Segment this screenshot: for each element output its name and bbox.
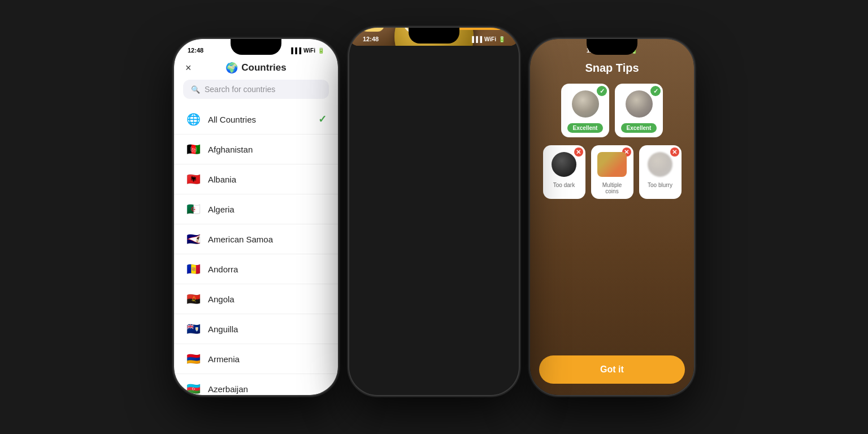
andorra-name: Andorra xyxy=(208,264,327,274)
snap-tips-title: Snap Tips xyxy=(585,62,639,75)
blurry-label: Too blurry xyxy=(648,182,672,188)
list-item[interactable]: 🇦🇿 Azerbaijan xyxy=(174,374,338,395)
phones-container: 12:48 ▐▐▐ WiFi 🔋 × 🌍 Countries 🔍 Search … xyxy=(0,0,868,434)
snap-card-good-2: ✓ Excellent xyxy=(615,84,663,137)
angola-flag: 🇦🇴 xyxy=(185,292,201,306)
snap-card-dark: ✕ Too dark xyxy=(543,145,585,199)
list-item[interactable]: 🇩🇿 Algeria xyxy=(174,194,338,224)
list-item[interactable]: 🇦🇩 Andorra xyxy=(174,254,338,284)
list-item[interactable]: 🇦🇮 Anguilla xyxy=(174,314,338,344)
time-left: 12:48 xyxy=(188,47,203,54)
phone-snap-tips: 12:48 ▐▐▐ WiFi 🔋 Snap Tips ✓ Excellent xyxy=(530,39,694,395)
andorra-flag: 🇦🇩 xyxy=(185,262,201,276)
american-samoa-flag: 🇦🇸 xyxy=(185,232,201,246)
bad-icon-dark: ✕ xyxy=(574,147,583,157)
multiple-label: Multiple coins xyxy=(596,182,629,194)
signal-icon-left: ▐▐▐ xyxy=(289,47,301,54)
algeria-flag: 🇩🇿 xyxy=(185,202,201,216)
blurry-coin-image xyxy=(648,152,672,177)
coin-good-image-1 xyxy=(572,90,599,118)
close-button[interactable]: × xyxy=(185,62,192,74)
countries-screen: 12:48 ▐▐▐ WiFi 🔋 × 🌍 Countries 🔍 Search … xyxy=(174,39,338,395)
list-item[interactable]: 🇦🇱 Albania xyxy=(174,164,338,194)
battery-icon-left: 🔋 xyxy=(318,47,324,54)
list-item[interactable]: 🇦🇲 Armenia xyxy=(174,344,338,374)
snap-card-multiple: ✕ Multiple coins xyxy=(591,145,633,199)
albania-flag: 🇦🇱 xyxy=(185,172,201,186)
wifi-icon-left: WiFi xyxy=(303,47,315,54)
got-it-button[interactable]: Got it xyxy=(539,355,685,384)
list-item[interactable]: 🇦🇴 Angola xyxy=(174,284,338,314)
armenia-name: Armenia xyxy=(208,354,327,364)
azerbaijan-name: Azerbaijan xyxy=(208,384,327,394)
status-icons-left: ▐▐▐ WiFi 🔋 xyxy=(289,47,324,54)
algeria-name: Algeria xyxy=(208,205,327,214)
all-countries-item[interactable]: 🌐 All Countries ✓ xyxy=(174,105,338,134)
notch-right xyxy=(587,39,637,55)
list-item[interactable]: 🇦🇫 Afghanistan xyxy=(174,134,338,164)
snap-tips-grid: ✓ Excellent ✓ Excellent ✕ Too xyxy=(530,84,694,199)
azerbaijan-flag: 🇦🇿 xyxy=(185,382,201,395)
list-item[interactable]: 🇦🇸 American Samoa xyxy=(174,224,338,254)
armenia-flag: 🇦🇲 xyxy=(185,352,201,366)
globe-icon: 🌍 xyxy=(225,62,238,74)
countries-header: × 🌍 Countries xyxy=(174,57,338,80)
american-samoa-name: American Samoa xyxy=(208,235,327,244)
search-placeholder: Search for countries xyxy=(205,85,275,94)
globe-flag: 🌐 xyxy=(185,112,201,126)
anguilla-name: Anguilla xyxy=(208,324,327,334)
countries-title: Countries xyxy=(241,62,286,73)
snap-card-good-1: ✓ Excellent xyxy=(561,84,609,137)
phone-camera: 12:48 ▐▐▐ WiFi 🔋 ✕ ⓘ ⚡ Step 2 Position xyxy=(349,28,519,395)
excellent-badge-2: Excellent xyxy=(621,123,657,133)
anguilla-flag: 🇦🇮 xyxy=(185,322,201,336)
multiple-coins-image xyxy=(597,152,627,177)
dark-label: Too dark xyxy=(553,182,575,188)
check-icon: ✓ xyxy=(318,113,327,125)
albania-name: Albania xyxy=(208,175,327,184)
angola-name: Angola xyxy=(208,294,327,304)
snap-card-blurry: ✕ Too blurry xyxy=(639,145,682,199)
good-check-2: ✓ xyxy=(650,86,661,96)
search-bar[interactable]: 🔍 Search for countries xyxy=(183,80,329,99)
country-list: 🌐 All Countries ✓ 🇦🇫 Afghanistan 🇦🇱 Alba… xyxy=(174,105,338,395)
dark-coin-image xyxy=(552,152,576,177)
excellent-badge-1: Excellent xyxy=(567,123,604,133)
countries-title-wrap: 🌍 Countries xyxy=(225,62,286,74)
snap-tips-screen: 12:48 ▐▐▐ WiFi 🔋 Snap Tips ✓ Excellent xyxy=(530,39,694,395)
coin-good-image-2 xyxy=(626,90,653,118)
bad-icon-blurry: ✕ xyxy=(670,147,679,157)
all-countries-label: All Countries xyxy=(208,115,311,124)
app-logo: 🪙 xyxy=(361,28,384,32)
snap-good-row: ✓ Excellent ✓ Excellent xyxy=(539,84,685,137)
good-check-1: ✓ xyxy=(597,86,607,96)
afghanistan-name: Afghanistan xyxy=(208,145,327,154)
phone-countries: 12:48 ▐▐▐ WiFi 🔋 × 🌍 Countries 🔍 Search … xyxy=(174,39,338,395)
snap-bad-row: ✕ Too dark ✕ Multiple coins ✕ Too blurry xyxy=(539,145,685,199)
afghanistan-flag: 🇦🇫 xyxy=(185,142,201,156)
notch-center xyxy=(409,28,459,44)
camera-screen: 12:48 ▐▐▐ WiFi 🔋 ✕ ⓘ ⚡ Step 2 Position xyxy=(349,28,519,46)
search-icon: 🔍 xyxy=(191,85,200,94)
notch-left xyxy=(231,39,281,55)
